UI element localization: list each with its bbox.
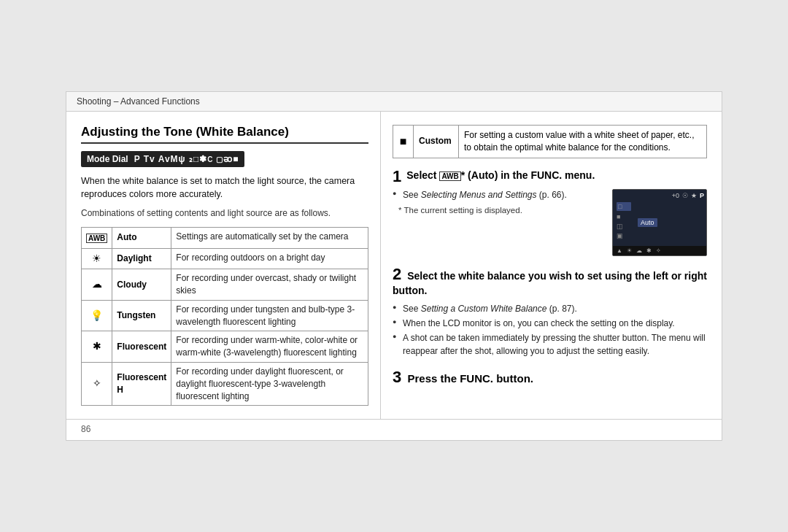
- custom-desc: For setting a custom value with a white …: [459, 125, 707, 158]
- cam-icon-3: ◫: [617, 223, 631, 230]
- cam-top-icon-3: ★: [691, 192, 697, 199]
- page-number: 86: [66, 419, 722, 440]
- wb-icon-tungsten: 💡: [82, 300, 112, 331]
- mode-dial-bar: Mode Dial P Tv AvMψ ₂□✽C ▢ᴔ■: [81, 151, 244, 167]
- left-column: Adjusting the Tone (White Balance) Mode …: [66, 112, 381, 420]
- step3-header: 3 Press the FUNC. button.: [393, 368, 707, 387]
- wb-icon-cloudy: ☁: [82, 269, 112, 301]
- cam-top-bar: +0 ☉ ★ P: [613, 190, 707, 199]
- wb-label-cloudy: Cloudy: [112, 269, 171, 301]
- step1-bullet-1: See Selecting Menus and Settings (p. 66)…: [393, 189, 605, 201]
- step2-bullet-list: See Setting a Custom White Balance (p. 8…: [393, 303, 707, 358]
- cam-menu-icons: □ ■ ◫ ▣: [613, 199, 635, 246]
- wb-desc-fluorescenth: For recording under daylight fluorescent…: [171, 362, 368, 405]
- wb-icon-fluorescent: ✱: [82, 331, 112, 363]
- cam-top-icon-1: +0: [672, 192, 679, 199]
- wb-desc-auto: Settings are automatically set by the ca…: [171, 227, 368, 248]
- step1-section: 1 Select AWB* (Auto) in the FUNC. menu. …: [393, 169, 707, 256]
- step2-section: 2 Select the white balance you wish to s…: [393, 266, 707, 358]
- step3-section: 3 Press the FUNC. button.: [393, 368, 707, 387]
- step1-body: See Selecting Menus and Settings (p. 66)…: [393, 189, 707, 256]
- table-row: ☀ Daylight For recording outdoors on a b…: [82, 248, 368, 269]
- step2-header: 2 Select the white balance you wish to s…: [393, 266, 707, 298]
- step2-bullet-1: See Setting a Custom White Balance (p. 8…: [393, 303, 707, 315]
- cam-content: Auto: [635, 199, 707, 246]
- wb-label-daylight: Daylight: [112, 248, 171, 269]
- table-row: AWB Auto Settings are automatically set …: [82, 227, 368, 248]
- wb-table: AWB Auto Settings are automatically set …: [81, 227, 368, 406]
- wb-desc-tungsten: For recording under tungsten and bulb-ty…: [171, 300, 368, 331]
- wb-icon-daylight: ☀: [82, 248, 112, 269]
- cam-bottom-icon-4: ✱: [646, 247, 652, 254]
- cam-bottom-icon-3: ☁: [636, 247, 642, 254]
- cam-top-icon-2: ☉: [682, 192, 688, 199]
- page-content: Adjusting the Tone (White Balance) Mode …: [66, 112, 722, 420]
- cam-bottom-icon-2: ☀: [627, 247, 632, 254]
- step2-bullet-3: A shot can be taken immediately by press…: [393, 332, 707, 358]
- wb-label-tungsten: Tungsten: [112, 300, 171, 331]
- wb-label-fluorescent: Fluorescent: [112, 331, 171, 363]
- step3-number: 3: [393, 368, 401, 386]
- wb-desc-cloudy: For recording under overcast, shady or t…: [171, 269, 368, 301]
- cam-icon-4: ▣: [617, 232, 631, 239]
- mode-dial-label: Mode Dial: [87, 154, 128, 164]
- table-row: ✧ Fluorescent H For recording under dayl…: [82, 362, 368, 405]
- custom-icon: ■: [393, 125, 414, 158]
- custom-label: Custom: [414, 125, 459, 158]
- breadcrumb: Shooting – Advanced Functions: [66, 92, 722, 112]
- step2-bullet-2: When the LCD monitor is on, you can chec…: [393, 317, 707, 330]
- mode-dial-modes: P Tv AvMψ ₂□✽C ▢ᴔ■: [134, 154, 239, 164]
- step2-number: 2: [393, 265, 401, 283]
- wb-label-auto: Auto: [112, 227, 171, 248]
- wb-label-fluorescenth: Fluorescent H: [112, 362, 171, 405]
- camera-screen: +0 ☉ ★ P □ ■ ◫ ▣: [612, 189, 707, 256]
- camera-screen-sim: +0 ☉ ★ P □ ■ ◫ ▣: [613, 190, 707, 255]
- right-column: ■ Custom For setting a custom value with…: [381, 112, 722, 420]
- table-row: 💡 Tungsten For recording under tungsten …: [82, 300, 368, 331]
- cam-bottom-bar: ▲ ☀ ☁ ✱ ✧: [613, 246, 707, 255]
- step1-header: 1 Select AWB* (Auto) in the FUNC. menu.: [393, 169, 707, 185]
- page-wrapper: Shooting – Advanced Functions Adjusting …: [66, 91, 722, 442]
- table-row: ☁ Cloudy For recording under overcast, s…: [82, 269, 368, 301]
- cam-main-area: □ ■ ◫ ▣ Auto: [613, 199, 707, 246]
- wb-icon-auto: AWB: [82, 227, 112, 248]
- step1-number: 1: [393, 169, 401, 185]
- table-row: ✱ Fluorescent For recording under warm-w…: [82, 331, 368, 363]
- page-title: Adjusting the Tone (White Balance): [81, 125, 368, 144]
- wb-icon-fluorescenth: ✧: [82, 362, 112, 405]
- custom-table: ■ Custom For setting a custom value with…: [393, 125, 707, 159]
- wb-desc-fluorescent: For recording under warm-white, color-wh…: [171, 331, 368, 363]
- step1-asterisk: * The current setting is displayed.: [393, 204, 605, 216]
- wb-desc-daylight: For recording outdoors on a bright day: [171, 248, 368, 269]
- step2-title: Select the white balance you wish to set…: [393, 270, 707, 296]
- step3-title: Press the FUNC. button.: [407, 372, 533, 385]
- custom-row: ■ Custom For setting a custom value with…: [393, 125, 707, 158]
- step1-text: See Selecting Menus and Settings (p. 66)…: [393, 189, 605, 256]
- cam-bottom-icon-1: ▲: [617, 247, 622, 254]
- cam-top-icon-4: P: [700, 192, 704, 199]
- sub-text: Combinations of setting contents and lig…: [81, 207, 368, 220]
- cam-bottom-icon-5: ✧: [656, 247, 661, 254]
- intro-text: When the white balance is set to match t…: [81, 174, 368, 202]
- cam-selected-label: Auto: [638, 218, 657, 227]
- step1-bullet-list: See Selecting Menus and Settings (p. 66)…: [393, 189, 605, 201]
- cam-icon-selected: □: [617, 202, 631, 211]
- step1-title: Select AWB* (Auto) in the FUNC. menu.: [406, 169, 595, 183]
- cam-icon-2: ■: [617, 213, 631, 220]
